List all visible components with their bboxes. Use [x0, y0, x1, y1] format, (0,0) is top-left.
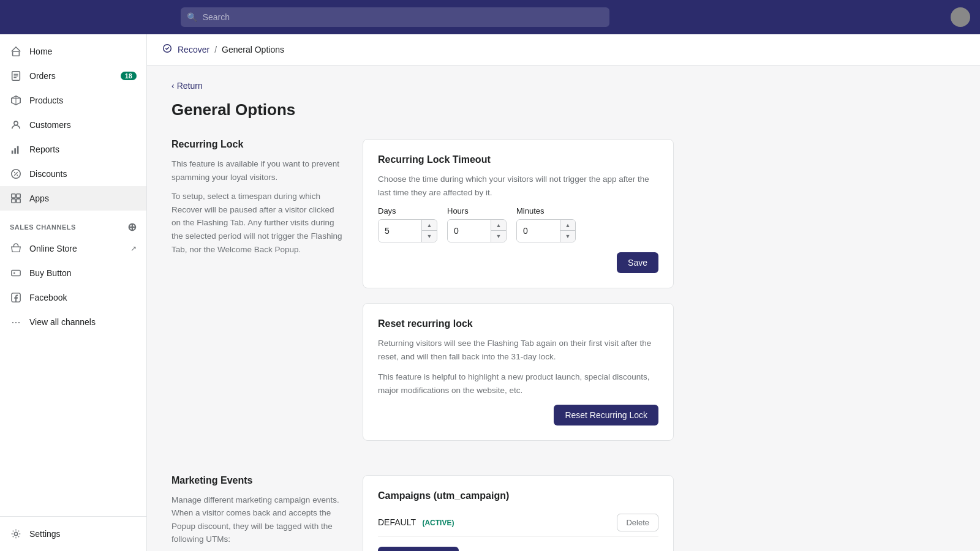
page-title: General Options [172, 100, 674, 119]
sidebar-item-settings-label: Settings [29, 529, 61, 539]
svg-rect-17 [17, 194, 20, 198]
topbar: 🔍 [0, 0, 980, 34]
timeout-fields: Days ▲ ▼ Hours [378, 206, 658, 242]
sidebar-nav: Home Orders 18 Products Customers [0, 34, 146, 516]
sidebar-item-discounts-label: Discounts [29, 169, 67, 179]
minutes-field: Minutes ▲ ▼ [516, 206, 576, 242]
sales-channels-header: SALES CHANNELS ⊕ [0, 211, 146, 236]
avatar[interactable] [951, 7, 970, 27]
sidebar-item-orders[interactable]: Orders 18 [0, 64, 146, 88]
new-campaign-container: New Campaign [378, 547, 658, 551]
buy-button-icon [10, 267, 22, 279]
reset-desc1: Returning visitors will see the Flashing… [378, 337, 658, 363]
svg-rect-19 [17, 199, 20, 203]
days-input[interactable] [379, 220, 421, 242]
add-channel-icon[interactable]: ⊕ [127, 220, 137, 234]
campaigns-card-title: Campaigns (utm_campaign) [378, 490, 658, 501]
sales-channels-label: SALES CHANNELS [10, 223, 76, 231]
campaigns-card: Campaigns (utm_campaign) DEFAULT (ACTIVE… [363, 475, 674, 551]
recover-breadcrumb-icon [162, 43, 173, 56]
days-input-wrap: ▲ ▼ [378, 219, 437, 242]
svg-point-14 [14, 172, 15, 173]
recurring-lock-description: Recurring Lock This feature is available… [172, 139, 343, 455]
timeout-card: Recurring Lock Timeout Choose the time d… [363, 139, 674, 288]
orders-badge: 18 [121, 72, 137, 80]
sidebar-item-buy-button-label: Buy Button [29, 268, 72, 278]
minutes-up-button[interactable]: ▲ [560, 220, 575, 231]
days-up-button[interactable]: ▲ [422, 220, 437, 231]
svg-point-15 [17, 174, 18, 176]
recurring-lock-desc1: This feature is available if you want to… [172, 157, 343, 184]
recurring-lock-cards: Recurring Lock Timeout Choose the time d… [363, 139, 674, 455]
days-field: Days ▲ ▼ [378, 206, 437, 242]
svg-rect-0 [13, 51, 20, 56]
sidebar-item-apps-label: Apps [29, 193, 49, 203]
delete-campaign-button[interactable]: Delete [617, 514, 658, 531]
breadcrumb-recover[interactable]: Recover [178, 45, 209, 54]
marketing-events-description: Marketing Events Manage different market… [172, 475, 343, 551]
apps-icon [10, 192, 22, 204]
search-icon: 🔍 [187, 12, 197, 22]
campaign-default-status: (ACTIVE) [422, 519, 454, 527]
ellipsis-icon: ··· [10, 316, 22, 328]
settings-icon [10, 528, 22, 540]
campaign-name-container: DEFAULT (ACTIVE) [378, 517, 454, 528]
campaign-default-name: DEFAULT [378, 517, 416, 527]
sidebar-item-buy-button[interactable]: Buy Button [0, 261, 146, 285]
sidebar-item-discounts[interactable]: Discounts [0, 162, 146, 186]
sidebar-item-view-all-channels[interactable]: ··· View all channels [0, 310, 146, 334]
sidebar-item-settings[interactable]: Settings [0, 522, 146, 546]
return-chevron-icon: ‹ [172, 81, 175, 91]
save-timeout-button[interactable]: Save [617, 252, 658, 273]
svg-point-8 [14, 121, 18, 125]
hours-spin-buttons: ▲ ▼ [491, 220, 506, 242]
reports-icon [10, 143, 22, 156]
sidebar-item-reports[interactable]: Reports [0, 137, 146, 162]
timeout-card-title: Recurring Lock Timeout [378, 154, 658, 165]
return-label: Return [177, 81, 203, 91]
minutes-spin-buttons: ▲ ▼ [560, 220, 575, 242]
return-link[interactable]: ‹ Return [172, 81, 203, 91]
new-campaign-button[interactable]: New Campaign [378, 547, 459, 551]
layout: Home Orders 18 Products Customers [0, 34, 980, 551]
recurring-lock-section: Recurring Lock This feature is available… [172, 139, 674, 455]
search-container: 🔍 [181, 7, 609, 27]
sidebar-item-orders-label: Orders [29, 71, 56, 81]
reset-card-footer: Reset Recurring Lock [378, 405, 658, 425]
breadcrumb: Recover / General Options [147, 34, 980, 66]
home-icon [10, 45, 22, 58]
timeout-card-desc: Choose the time during which your visito… [378, 173, 658, 199]
page-content-area: ‹ Return General Options Recurring Lock … [147, 66, 698, 551]
svg-rect-20 [12, 271, 20, 276]
sidebar-item-facebook-label: Facebook [29, 293, 67, 302]
marketing-events-desc: Manage different marketing campaign even… [172, 493, 343, 546]
svg-rect-9 [12, 151, 13, 154]
sidebar-item-products-label: Products [29, 96, 63, 105]
svg-rect-11 [17, 146, 19, 154]
breadcrumb-current: General Options [222, 45, 284, 54]
hours-input[interactable] [448, 220, 491, 242]
svg-rect-18 [12, 199, 15, 203]
hours-down-button[interactable]: ▼ [491, 231, 506, 242]
reset-card: Reset recurring lock Returning visitors … [363, 303, 674, 440]
svg-rect-16 [12, 194, 15, 198]
svg-point-21 [13, 272, 15, 274]
hours-up-button[interactable]: ▲ [491, 220, 506, 231]
sidebar-item-apps[interactable]: Apps [0, 186, 146, 211]
breadcrumb-separator: / [214, 45, 217, 54]
sidebar-item-products[interactable]: Products [0, 88, 146, 113]
view-all-channels-label: View all channels [29, 317, 96, 327]
days-spin-buttons: ▲ ▼ [421, 220, 437, 242]
minutes-down-button[interactable]: ▼ [560, 231, 575, 242]
minutes-input[interactable] [517, 220, 560, 242]
search-input[interactable] [181, 7, 609, 27]
days-down-button[interactable]: ▼ [422, 231, 437, 242]
reset-recurring-lock-button[interactable]: Reset Recurring Lock [554, 405, 658, 425]
sidebar-item-customers[interactable]: Customers [0, 113, 146, 137]
sidebar-item-online-store[interactable]: Online Store ↗ [0, 236, 146, 261]
hours-field: Hours ▲ ▼ [447, 206, 507, 242]
sidebar-item-home[interactable]: Home [0, 39, 146, 64]
sidebar-item-home-label: Home [29, 47, 52, 56]
sidebar-item-facebook[interactable]: Facebook [0, 285, 146, 310]
recurring-lock-title: Recurring Lock [172, 139, 343, 150]
